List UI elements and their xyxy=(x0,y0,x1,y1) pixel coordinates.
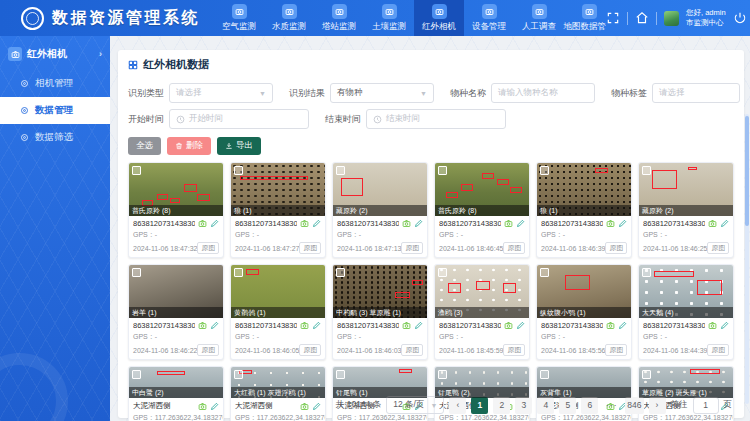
original-image-button[interactable]: 原图 xyxy=(503,344,525,356)
preview-camera-icon[interactable] xyxy=(300,219,309,228)
edit-pencil-icon[interactable] xyxy=(618,219,627,228)
card-checkbox[interactable] xyxy=(132,268,141,277)
original-image-button[interactable]: 原图 xyxy=(707,344,729,356)
page-button-5[interactable]: 5 xyxy=(559,397,576,414)
original-image-button[interactable]: 原图 xyxy=(299,242,321,254)
edit-pencil-icon[interactable] xyxy=(312,321,321,330)
edit-pencil-icon[interactable] xyxy=(210,219,219,228)
preview-camera-icon[interactable] xyxy=(504,321,513,330)
edit-pencil-icon[interactable] xyxy=(210,402,219,411)
sidebar-item-数据管理[interactable]: 数据管理 xyxy=(0,97,110,124)
tab-水质监测[interactable]: 水质监测 xyxy=(264,0,314,36)
next-page-button[interactable]: › xyxy=(649,397,666,414)
tab-地图数据管理[interactable]: 地图数据管理 xyxy=(564,0,606,36)
original-image-button[interactable]: 原图 xyxy=(299,344,321,356)
preview-camera-icon[interactable] xyxy=(402,219,411,228)
image-card[interactable]: 中白鹭 (2) 大泥湖西侧 GPS：117.263622,34.18327045… xyxy=(128,366,224,421)
tab-红外相机[interactable]: 红外相机 xyxy=(414,0,464,36)
tab-土壤监测[interactable]: 土壤监测 xyxy=(364,0,414,36)
user-greeting[interactable]: 您好, admin 市监测中心 xyxy=(686,8,726,28)
image-card[interactable]: 岩羊 (1) 863812073143830 GPS：- 2024-11-06 … xyxy=(128,264,224,360)
fullscreen-icon[interactable] xyxy=(606,11,620,25)
card-checkbox[interactable] xyxy=(336,166,345,175)
card-checkbox[interactable] xyxy=(336,370,345,379)
edit-pencil-icon[interactable] xyxy=(210,321,219,330)
scrollbar-thumb[interactable] xyxy=(745,116,749,226)
image-card[interactable]: 藏原羚 (2) 863812073143830 GPS：- 2024-11-06… xyxy=(638,162,734,258)
last-page-button[interactable]: 846 xyxy=(625,397,643,414)
card-checkbox[interactable] xyxy=(234,166,243,175)
edit-pencil-icon[interactable] xyxy=(312,219,321,228)
user-avatar[interactable] xyxy=(664,11,679,26)
card-checkbox[interactable] xyxy=(642,370,651,379)
original-image-button[interactable]: 原图 xyxy=(707,242,729,254)
preview-camera-icon[interactable] xyxy=(504,219,513,228)
image-card[interactable]: 狼 (1) 863812073143830 GPS：- 2024-11-06 1… xyxy=(536,162,632,258)
tab-塔站监测[interactable]: 塔站监测 xyxy=(314,0,364,36)
image-card[interactable]: 普氏原羚 (8) 863812073143830 GPS：- 2024-11-0… xyxy=(128,162,224,258)
image-card[interactable]: 大天鹅 (4) 863812073143830 GPS：- 2024-11-06… xyxy=(638,264,734,360)
card-checkbox[interactable] xyxy=(642,166,651,175)
edit-pencil-icon[interactable] xyxy=(312,402,321,411)
edit-pencil-icon[interactable] xyxy=(516,321,525,330)
original-image-button[interactable]: 原图 xyxy=(605,344,627,356)
edit-pencil-icon[interactable] xyxy=(414,219,423,228)
start-time-input[interactable]: 开始时间 xyxy=(169,109,309,129)
preview-camera-icon[interactable] xyxy=(606,321,615,330)
original-image-button[interactable]: 原图 xyxy=(605,242,627,254)
image-card[interactable]: 中杓鹬 (3) 草原雕 (1) 863812073143830 GPS：- 20… xyxy=(332,264,428,360)
preview-camera-icon[interactable] xyxy=(300,402,309,411)
card-checkbox[interactable] xyxy=(540,370,549,379)
card-checkbox[interactable] xyxy=(132,370,141,379)
page-button-1[interactable]: 1 xyxy=(471,397,488,414)
card-checkbox[interactable] xyxy=(132,166,141,175)
sidebar-item-相机管理[interactable]: 相机管理 xyxy=(0,70,110,97)
goto-page-input[interactable] xyxy=(693,397,719,414)
preview-camera-icon[interactable] xyxy=(708,321,717,330)
card-checkbox[interactable] xyxy=(336,268,345,277)
tab-人工调查[interactable]: 人工调查 xyxy=(514,0,564,36)
original-image-button[interactable]: 原图 xyxy=(401,242,423,254)
image-card[interactable]: 大红鹳 (1) 灰翅浮鸥 (1) 大泥湖西侧 GPS：117.263622,34… xyxy=(230,366,326,421)
card-checkbox[interactable] xyxy=(540,268,549,277)
end-time-input[interactable]: 结束时间 xyxy=(366,109,506,129)
delete-button[interactable]: 删除 xyxy=(167,137,211,155)
edit-pencil-icon[interactable] xyxy=(516,219,525,228)
recognition-result-select[interactable]: 有物种 ▼ xyxy=(330,83,434,103)
preview-camera-icon[interactable] xyxy=(198,402,207,411)
species-tag-select[interactable]: 请选择 xyxy=(652,83,740,103)
card-checkbox[interactable] xyxy=(438,370,447,379)
select-all-button[interactable]: 全选 xyxy=(128,137,161,155)
sidebar-item-数据筛选[interactable]: 数据筛选 xyxy=(0,124,110,151)
original-image-button[interactable]: 原图 xyxy=(197,344,219,356)
card-checkbox[interactable] xyxy=(540,166,549,175)
original-image-button[interactable]: 原图 xyxy=(503,242,525,254)
page-button-3[interactable]: 3 xyxy=(515,397,532,414)
card-checkbox[interactable] xyxy=(438,268,447,277)
card-checkbox[interactable] xyxy=(642,268,651,277)
more-pages-icon[interactable]: ··· xyxy=(603,397,620,414)
preview-camera-icon[interactable] xyxy=(198,321,207,330)
original-image-button[interactable]: 原图 xyxy=(197,242,219,254)
preview-camera-icon[interactable] xyxy=(606,219,615,228)
prev-page-button[interactable]: ‹ xyxy=(449,397,466,414)
tab-设备管理[interactable]: 设备管理 xyxy=(464,0,514,36)
home-icon[interactable] xyxy=(635,11,649,25)
card-checkbox[interactable] xyxy=(234,268,243,277)
preview-camera-icon[interactable] xyxy=(198,219,207,228)
preview-camera-icon[interactable] xyxy=(300,321,309,330)
original-image-button[interactable]: 原图 xyxy=(401,344,423,356)
preview-camera-icon[interactable] xyxy=(402,321,411,330)
sidebar-group-infrared-camera[interactable]: 红外相机 › xyxy=(0,36,110,70)
image-card[interactable]: 纵纹腹小鸮 (1) 863812073143830 GPS：- 2024-11-… xyxy=(536,264,632,360)
edit-pencil-icon[interactable] xyxy=(720,219,729,228)
page-button-4[interactable]: 4 xyxy=(537,397,554,414)
image-card[interactable]: 渔鸥 (3) 863812073143830 GPS：- 2024-11-06 … xyxy=(434,264,530,360)
edit-pencil-icon[interactable] xyxy=(720,321,729,330)
image-card[interactable]: 普氏原羚 (8) 863812073143830 GPS：- 2024-11-0… xyxy=(434,162,530,258)
image-card[interactable]: 狼 (1) 863812073143830 GPS：- 2024-11-06 1… xyxy=(230,162,326,258)
edit-pencil-icon[interactable] xyxy=(414,321,423,330)
page-size-select[interactable]: 12 条/页 ▼ xyxy=(386,396,444,414)
page-button-6[interactable]: 6 xyxy=(581,397,598,414)
preview-camera-icon[interactable] xyxy=(708,219,717,228)
